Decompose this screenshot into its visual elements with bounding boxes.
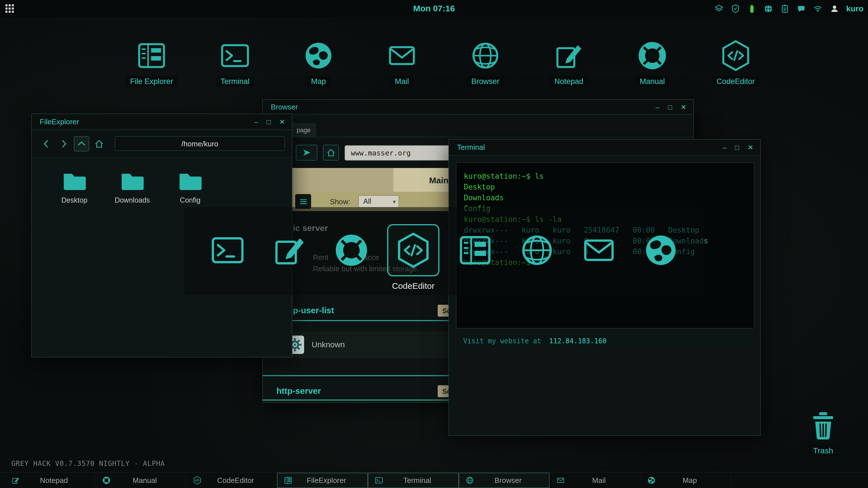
desktop-icon-codeeditor[interactable]: CodeEditor bbox=[710, 40, 761, 87]
switcher-app-notepad[interactable] bbox=[264, 224, 316, 276]
desktop-icon-label: Browser bbox=[467, 76, 504, 87]
desktop-icon-terminal[interactable]: Terminal bbox=[210, 40, 260, 87]
minimize-button[interactable]: – bbox=[656, 103, 659, 111]
status-icon-battery[interactable] bbox=[747, 4, 756, 13]
switcher-app-fileexplorer[interactable] bbox=[449, 224, 501, 276]
taskbar-item-terminal[interactable]: Terminal bbox=[368, 473, 459, 488]
desktop-icon-notepad[interactable]: Notepad bbox=[543, 40, 594, 87]
file-explorer-titlebar[interactable]: FileExplorer – □ ✕ bbox=[32, 114, 292, 130]
forward-button[interactable] bbox=[56, 136, 71, 151]
website-note: Visit my website at bbox=[463, 337, 541, 345]
section-title-http-server: http-server bbox=[276, 386, 321, 395]
path-input[interactable] bbox=[115, 136, 285, 151]
window-controls: – □ ✕ bbox=[656, 103, 686, 111]
taskbar-item-label: FileExplorer bbox=[292, 476, 361, 485]
taskbar-item-map[interactable]: Map bbox=[640, 473, 731, 488]
terminal-titlebar[interactable]: Terminal – □ ✕ bbox=[449, 139, 760, 156]
status-icon-layers[interactable] bbox=[714, 4, 723, 13]
folder-item-downloads[interactable]: Downloads bbox=[113, 168, 152, 204]
taskbar-item-mail[interactable]: Mail bbox=[550, 473, 640, 488]
desktop-icon-label: Terminal bbox=[216, 76, 254, 87]
close-button[interactable]: ✕ bbox=[748, 143, 753, 151]
show-dropdown[interactable]: All ▾ bbox=[358, 195, 399, 208]
browser-title: Browser bbox=[271, 103, 298, 111]
browser-titlebar[interactable]: Browser – □ ✕ bbox=[263, 100, 693, 115]
chevron-up-icon bbox=[76, 138, 87, 149]
app-icon bbox=[219, 40, 251, 71]
close-button[interactable]: ✕ bbox=[279, 118, 285, 126]
app-icon bbox=[136, 40, 167, 71]
status-icon-chat[interactable] bbox=[796, 4, 806, 13]
app-icon bbox=[519, 232, 555, 268]
top-bar: Mon 07:16 kuro bbox=[0, 0, 868, 17]
taskbar-item-label: Manual bbox=[111, 476, 179, 485]
taskbar-item-label: Browser bbox=[474, 476, 542, 485]
forward-button[interactable] bbox=[296, 145, 317, 161]
terminal-title: Terminal bbox=[457, 143, 485, 152]
minimize-button[interactable]: – bbox=[254, 118, 258, 126]
maximize-button[interactable]: □ bbox=[735, 143, 739, 151]
folder-icon bbox=[119, 168, 145, 194]
desktop-icon-label: Map bbox=[307, 76, 331, 87]
window-controls: – □ ✕ bbox=[723, 143, 753, 151]
show-label: Show: bbox=[330, 197, 350, 206]
maximize-button[interactable]: □ bbox=[267, 118, 271, 126]
switcher-app-manual[interactable] bbox=[325, 224, 377, 276]
home-button[interactable] bbox=[91, 136, 107, 151]
trash[interactable]: Trash bbox=[806, 410, 841, 456]
close-button[interactable]: ✕ bbox=[681, 103, 686, 111]
terminal-line: kuro@station:~$ ls bbox=[464, 171, 746, 182]
desktop-icon-map[interactable]: Map bbox=[293, 40, 344, 87]
menu-button[interactable] bbox=[295, 194, 311, 209]
desktop-icon-label: File Explorer bbox=[125, 76, 178, 87]
status-icon-clipboard[interactable] bbox=[780, 4, 789, 13]
desktop-icon-file-explorer[interactable]: File Explorer bbox=[126, 40, 177, 87]
chevron-down-icon: ▾ bbox=[393, 198, 396, 204]
desktop-icon-browser[interactable]: Browser bbox=[460, 40, 511, 87]
folder-icon bbox=[61, 168, 87, 194]
taskbar-item-browser[interactable]: Browser bbox=[459, 473, 550, 488]
maximize-button[interactable]: □ bbox=[668, 103, 672, 111]
home-button[interactable] bbox=[323, 145, 339, 161]
taskbar-item-fileexplorer[interactable]: FileExplorer bbox=[277, 473, 368, 488]
user-avatar-icon[interactable] bbox=[829, 3, 839, 13]
switcher-app-mail[interactable] bbox=[573, 224, 625, 276]
terminal-footer: Visit my website at 112.84.183.160 bbox=[456, 335, 753, 347]
terminal-line: Desktop bbox=[464, 182, 746, 192]
taskbar-item-notepad[interactable]: Notepad bbox=[4, 473, 95, 488]
desktop-icon-mail[interactable]: Mail bbox=[376, 40, 428, 87]
taskbar-item-label: Notepad bbox=[20, 476, 88, 485]
app-icon bbox=[333, 232, 370, 268]
taskbar-item-label: Terminal bbox=[383, 476, 451, 485]
up-button[interactable] bbox=[74, 136, 89, 151]
clock: Mon 07:16 bbox=[413, 0, 455, 17]
folder-item-desktop[interactable]: Desktop bbox=[55, 168, 94, 204]
back-button[interactable] bbox=[39, 136, 54, 151]
app-icon bbox=[581, 232, 617, 268]
app-grid-icon[interactable] bbox=[4, 3, 15, 13]
status-tray: kuro bbox=[714, 0, 864, 17]
status-icon-shield[interactable] bbox=[730, 4, 740, 13]
taskbar-item-manual[interactable]: Manual bbox=[95, 473, 186, 488]
terminal-line: Downloads bbox=[464, 192, 746, 203]
minimize-button[interactable]: – bbox=[723, 143, 726, 151]
status-icon-network[interactable] bbox=[763, 4, 773, 13]
switcher-app-codeeditor[interactable]: CodeEditor bbox=[387, 224, 439, 276]
desktop-icon-row: File Explorer Terminal Map Mail Browser … bbox=[126, 40, 761, 87]
chevron-left-icon bbox=[41, 138, 52, 149]
folder-item-config[interactable]: Config bbox=[170, 168, 210, 204]
status-icon-wifi[interactable] bbox=[813, 4, 822, 13]
app-icon bbox=[469, 40, 501, 71]
app-icon bbox=[556, 476, 565, 485]
taskbar-item-codeeditor[interactable]: CodeEditor bbox=[186, 473, 277, 488]
app-icon bbox=[386, 40, 418, 71]
folder-name: Config bbox=[180, 196, 200, 204]
switcher-app-terminal[interactable] bbox=[202, 224, 254, 276]
app-icon bbox=[271, 232, 308, 268]
username[interactable]: kuro bbox=[846, 4, 864, 13]
switcher-app-map[interactable] bbox=[635, 224, 687, 276]
desktop-icon-manual[interactable]: Manual bbox=[627, 40, 678, 87]
app-icon bbox=[210, 232, 246, 268]
chevron-right-icon bbox=[59, 138, 69, 149]
switcher-app-browser[interactable] bbox=[511, 224, 563, 276]
